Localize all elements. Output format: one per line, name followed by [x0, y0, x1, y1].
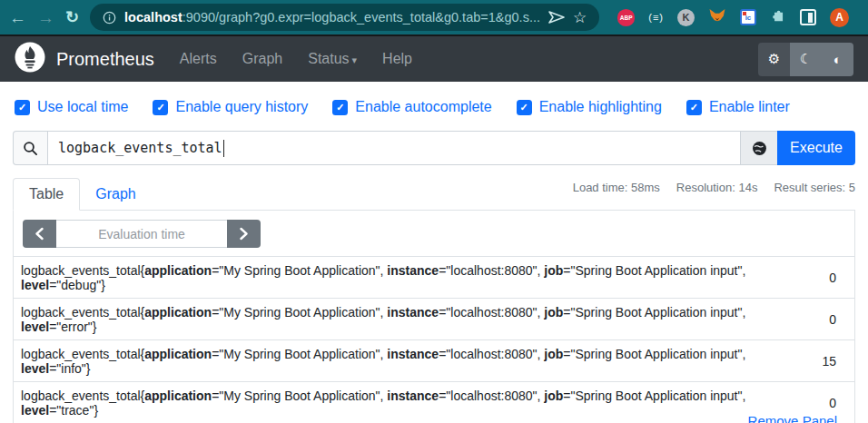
prometheus-navbar: Prometheus Alerts Graph Status▾ Help ⚙ ☾…: [0, 36, 868, 82]
evaluation-time-input[interactable]: [56, 220, 227, 248]
metric-value: 0: [791, 257, 854, 299]
browser-toolbar: ← → ↻ localhost:9090/graph?g0.expr=logba…: [0, 0, 868, 36]
url-path: :9090/graph?g0.expr=logback_events_total…: [182, 10, 540, 25]
nav-links: Alerts Graph Status▾ Help: [180, 51, 412, 67]
remove-panel-link[interactable]: Remove Panel: [748, 413, 837, 423]
option-highlighting[interactable]: Enable highlighting: [517, 99, 662, 115]
metric-expression: logback_events_total{application="My Spr…: [14, 382, 791, 423]
nav-item-status-label: Status: [308, 51, 349, 66]
brand[interactable]: Prometheus: [15, 42, 154, 76]
globe-icon: [752, 141, 767, 156]
metric-expression: logback_events_total{application="My Spr…: [14, 299, 791, 340]
evaluation-next-button[interactable]: [227, 220, 261, 248]
table-row: logback_events_total{application="My Spr…: [14, 257, 854, 299]
execute-button[interactable]: Execute: [777, 131, 855, 165]
browser-extensions: ABP (≡) K ic A ⋮: [617, 7, 868, 28]
metamask-fox-icon[interactable]: [708, 7, 726, 28]
stat-load-time: Load time: 58ms: [573, 181, 660, 194]
option-label: Enable query history: [175, 99, 308, 115]
stat-resolution: Resolution: 14s: [676, 181, 758, 194]
half-circle-icon: ◐: [833, 52, 842, 67]
option-label: Use local time: [37, 99, 128, 115]
auto-theme-button[interactable]: ◐: [822, 43, 853, 76]
tab-table[interactable]: Table: [13, 178, 80, 211]
checkbox-autocomplete[interactable]: [332, 100, 348, 115]
option-use-local-time[interactable]: Use local time: [15, 99, 128, 115]
evaluation-prev-button[interactable]: [23, 220, 56, 248]
settings-button[interactable]: ⚙: [758, 43, 790, 76]
checkbox-linter[interactable]: [686, 100, 702, 115]
browser-back-icon[interactable]: ←: [9, 9, 26, 26]
table-row: logback_events_total{application="My Spr…: [14, 382, 854, 423]
browser-reload-icon[interactable]: ↻: [65, 9, 79, 25]
navbar-right-controls: ⚙ ☾ ◐: [758, 43, 853, 76]
query-expression-input[interactable]: logback_events_total: [47, 131, 741, 165]
option-label: Enable highlighting: [539, 99, 662, 115]
metric-expression: logback_events_total{application="My Spr…: [14, 340, 791, 382]
search-icon: [23, 141, 38, 156]
query-options-row: Use local time Enable query history Enab…: [15, 99, 868, 115]
query-expression-text: logback_events_total: [58, 140, 222, 156]
stat-result-series: Result series: 5: [774, 181, 855, 194]
text-cursor: [223, 140, 225, 157]
notes-extension-icon[interactable]: (≡): [648, 12, 664, 23]
search-addon: [13, 131, 47, 165]
address-bar[interactable]: localhost:9090/graph?g0.expr=logback_eve…: [90, 4, 599, 31]
query-bar: logback_events_total Execute: [13, 131, 855, 165]
caret-down-icon: ▾: [352, 54, 358, 65]
metric-value: 15: [791, 340, 854, 382]
gear-icon: ⚙: [768, 51, 780, 67]
option-label: Enable autocomplete: [355, 99, 491, 115]
share-send-icon[interactable]: [548, 11, 565, 24]
ic-extension-icon[interactable]: ic: [740, 9, 756, 25]
metric-expression: logback_events_total{application="My Spr…: [14, 257, 791, 299]
option-autocomplete[interactable]: Enable autocomplete: [332, 99, 491, 115]
checkbox-use-local-time[interactable]: [15, 100, 30, 115]
url-text[interactable]: localhost:9090/graph?g0.expr=logback_eve…: [124, 10, 540, 25]
table-panel: logback_events_total{application="My Spr…: [13, 211, 855, 423]
brand-name: Prometheus: [56, 49, 154, 70]
results-table: logback_events_total{application="My Spr…: [14, 256, 854, 423]
nav-item-alerts[interactable]: Alerts: [180, 51, 217, 67]
puzzle-extensions-icon[interactable]: [770, 7, 786, 27]
checkbox-query-history[interactable]: [153, 100, 168, 115]
option-linter[interactable]: Enable linter: [686, 99, 790, 115]
checkbox-highlighting[interactable]: [517, 100, 532, 115]
nav-item-graph[interactable]: Graph: [242, 51, 282, 67]
k-extension-icon[interactable]: K: [677, 9, 695, 26]
table-row: logback_events_total{application="My Spr…: [14, 340, 854, 382]
browser-forward-icon[interactable]: →: [37, 9, 54, 26]
adblock-extension-icon[interactable]: ABP: [617, 9, 635, 26]
dark-theme-button[interactable]: ☾: [790, 43, 822, 76]
nav-item-status[interactable]: Status▾: [308, 51, 357, 67]
metric-value: 0: [791, 299, 854, 340]
browser-menu-icon[interactable]: ⋮: [863, 8, 868, 27]
url-host: localhost: [124, 10, 182, 25]
chevron-right-icon: [239, 227, 249, 241]
option-query-history[interactable]: Enable query history: [153, 99, 308, 115]
ic-red-dot: [743, 12, 746, 15]
option-label: Enable linter: [709, 99, 790, 115]
sidebar-toggle-fill: [808, 13, 813, 23]
chevron-left-icon: [35, 227, 44, 241]
metrics-explorer-button[interactable]: [741, 131, 777, 165]
results-table-body: logback_events_total{application="My Spr…: [14, 257, 854, 423]
moon-icon: ☾: [800, 51, 812, 67]
site-info-icon[interactable]: [103, 11, 116, 25]
sidebar-toggle-icon[interactable]: [800, 9, 816, 25]
evaluation-time-control: [23, 220, 261, 248]
tab-graph[interactable]: Graph: [80, 179, 151, 210]
bookmark-star-icon[interactable]: ☆: [573, 8, 587, 27]
panel-tabs: Table Graph Load time: 58ms Resolution: …: [13, 178, 855, 211]
profile-avatar[interactable]: A: [830, 8, 849, 27]
prometheus-logo-icon: [15, 42, 45, 76]
query-stats: Load time: 58ms Resolution: 14s Result s…: [573, 178, 855, 194]
nav-item-help[interactable]: Help: [382, 51, 412, 67]
table-row: logback_events_total{application="My Spr…: [14, 299, 854, 340]
